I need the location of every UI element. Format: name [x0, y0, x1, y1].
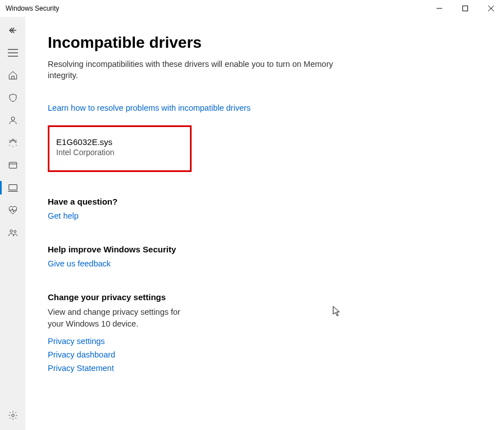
sidebar-item-settings[interactable]	[0, 404, 25, 427]
driver-vendor: Intel Corporation	[56, 148, 183, 157]
privacy-dashboard-link[interactable]: Privacy dashboard	[48, 350, 482, 359]
svg-rect-12	[8, 184, 16, 190]
maximize-button[interactable]	[452, 0, 478, 17]
content-area: Incompatible drivers Resolving incompati…	[25, 17, 504, 430]
sidebar	[0, 17, 25, 430]
incompatible-driver-item[interactable]: E1G6032E.sys Intel Corporation	[48, 125, 192, 172]
improve-section: Help improve Windows Security Give us fe…	[48, 245, 482, 269]
privacy-section: Change your privacy settings View and ch…	[48, 292, 482, 373]
privacy-description: View and change privacy settings for you…	[48, 306, 183, 330]
sidebar-item-virus[interactable]	[0, 87, 25, 109]
window-controls	[426, 0, 504, 17]
svg-point-15	[13, 230, 16, 233]
page-title: Incompatible drivers	[48, 34, 482, 52]
learn-link[interactable]: Learn how to resolve problems with incom…	[48, 103, 251, 112]
question-title: Have a question?	[48, 197, 482, 206]
menu-button[interactable]	[0, 42, 25, 64]
privacy-title: Change your privacy settings	[48, 292, 482, 302]
titlebar: Windows Security	[0, 0, 504, 17]
sidebar-item-family[interactable]	[0, 221, 25, 244]
window-title: Windows Security	[6, 4, 59, 12]
driver-name: E1G6032E.sys	[56, 137, 183, 147]
sidebar-item-app-browser[interactable]	[0, 154, 25, 176]
svg-rect-10	[9, 162, 17, 169]
page-description: Resolving incompatibilities with these d…	[48, 58, 340, 82]
feedback-link[interactable]: Give us feedback	[48, 259, 111, 268]
question-section: Have a question? Get help	[48, 197, 482, 221]
privacy-settings-link[interactable]: Privacy settings	[48, 337, 482, 346]
improve-title: Help improve Windows Security	[48, 245, 482, 254]
sidebar-item-home[interactable]	[0, 64, 25, 87]
minimize-button[interactable]	[426, 0, 452, 17]
svg-point-9	[11, 117, 15, 120]
svg-point-16	[11, 414, 14, 417]
privacy-statement-link[interactable]: Privacy Statement	[48, 364, 482, 373]
sidebar-item-device-security[interactable]	[0, 176, 25, 199]
svg-point-14	[10, 230, 12, 233]
close-button[interactable]	[478, 0, 504, 17]
get-help-link[interactable]: Get help	[48, 211, 79, 220]
back-button[interactable]	[0, 19, 25, 42]
sidebar-item-device-performance[interactable]	[0, 199, 25, 221]
sidebar-item-account[interactable]	[0, 109, 25, 132]
svg-rect-1	[463, 6, 468, 11]
sidebar-item-firewall[interactable]	[0, 132, 25, 154]
